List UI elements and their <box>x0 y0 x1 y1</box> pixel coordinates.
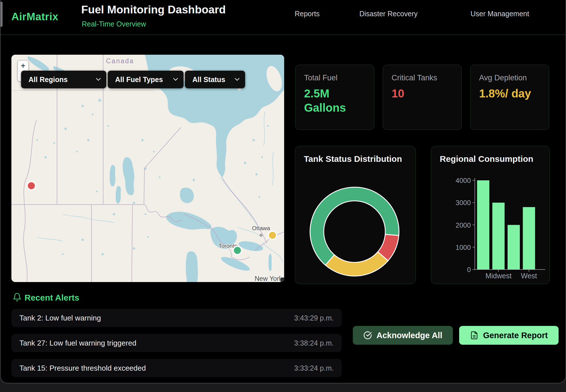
alert-text: Tank 2: Low fuel warning <box>19 314 101 322</box>
map-resize-handle[interactable] <box>280 277 284 282</box>
alert-text: Tank 15: Pressure threshold exceeded <box>19 364 146 373</box>
bar[interactable] <box>523 207 535 270</box>
chart-title: Regional Consumption <box>440 154 533 164</box>
dashboard-window: AirMatrix Fuel Monitoring Dashboard Real… <box>0 0 566 383</box>
stat-card-critical-tanks: Critical Tanks 10 <box>383 65 462 130</box>
tank-marker-warning[interactable] <box>268 231 277 240</box>
tank-status-distribution-card: Tank Status Distribution <box>295 146 416 284</box>
stat-value: 2.5M Gallons <box>304 86 360 115</box>
map-label-new-york: New York <box>255 275 282 282</box>
check-circle-icon <box>363 331 372 340</box>
drag-dots-icon <box>282 279 284 282</box>
stat-card-total-fuel: Total Fuel 2.5M Gallons <box>295 65 374 130</box>
recent-alerts-heading: Recent Alerts <box>25 293 79 303</box>
screen: AirMatrix Fuel Monitoring Dashboard Real… <box>0 0 566 392</box>
alert-row[interactable]: Tank 2: Low fuel warning 3:43:29 p.m. <box>11 309 342 327</box>
donut-slice-warning[interactable] <box>325 252 388 276</box>
generate-report-button[interactable]: Generate Report <box>459 326 559 345</box>
map-zoom-in-button[interactable]: + <box>18 60 28 71</box>
tank-status-donut-chart <box>306 183 403 280</box>
tank-marker-normal[interactable] <box>233 246 242 255</box>
file-text-icon <box>470 331 479 340</box>
page-title: Fuel Monitoring Dashboard <box>81 3 226 16</box>
acknowledge-all-label: Acknowledge All <box>376 331 442 340</box>
stat-value: 1.8%/ day <box>479 86 535 101</box>
bell-icon <box>13 292 22 302</box>
y-tick-label: 1000 <box>456 244 471 251</box>
map-label-canada: Canada <box>106 57 134 65</box>
stat-label: Total Fuel <box>304 74 365 82</box>
chevron-down-icon <box>173 78 178 81</box>
filter-fuel-types-label: All Fuel Types <box>115 75 163 84</box>
alert-text: Tank 27: Low fuel warning triggered <box>19 339 136 348</box>
app-logo: AirMatrix <box>11 11 58 23</box>
map-panel[interactable]: Canada Ottawa Toronto New York + − All R… <box>11 55 284 282</box>
generate-report-label: Generate Report <box>483 331 548 340</box>
alert-timestamp: 3:38:24 p.m. <box>294 339 334 347</box>
header: AirMatrix Fuel Monitoring Dashboard Real… <box>1 0 565 35</box>
alert-row[interactable]: Tank 27: Low fuel warning triggered 3:38… <box>11 334 342 352</box>
filter-fuel-types-dropdown[interactable]: All Fuel Types <box>108 71 184 88</box>
alert-row[interactable]: Tank 15: Pressure threshold exceeded 3:3… <box>11 359 342 377</box>
nav-user-management[interactable]: User Management <box>471 10 529 18</box>
chart-title: Tank Status Distribution <box>304 154 402 164</box>
filter-regions-dropdown[interactable]: All Regions <box>21 71 106 88</box>
nav-reports[interactable]: Reports <box>295 10 320 18</box>
bar[interactable] <box>508 225 520 270</box>
bar[interactable] <box>477 180 489 270</box>
filter-status-dropdown[interactable]: All Status <box>185 71 245 88</box>
bar[interactable] <box>492 203 505 270</box>
x-tick-label: Midwest <box>485 272 512 280</box>
stat-label: Critical Tanks <box>392 74 453 82</box>
acknowledge-all-button[interactable]: Acknowledge All <box>353 326 453 345</box>
chevron-down-icon <box>235 78 239 81</box>
filter-status-label: All Status <box>192 75 225 84</box>
y-tick-label: 3000 <box>456 199 471 207</box>
alert-timestamp: 3:33:24 p.m. <box>294 364 334 372</box>
filter-regions-label: All Regions <box>28 75 68 84</box>
stat-card-avg-depletion: Avg Depletion 1.8%/ day <box>470 65 549 130</box>
y-tick-label: 2000 <box>456 221 471 229</box>
x-tick-label: West <box>521 272 537 280</box>
nav-disaster-recovery[interactable]: Disaster Recovery <box>359 10 418 18</box>
alert-timestamp: 3:43:29 p.m. <box>294 314 334 322</box>
stat-value: 10 <box>392 86 447 101</box>
map-filters: All Regions All Fuel Types All Status <box>21 71 245 88</box>
regional-consumption-card: Regional Consumption 01000200030004000Mi… <box>431 146 550 284</box>
map-label-ottawa: Ottawa <box>252 225 270 231</box>
y-tick-label: 4000 <box>456 177 471 184</box>
ottawa-town-dot <box>261 235 261 236</box>
y-tick-label: 0 <box>467 266 471 273</box>
page-subtitle: Real-Time Overview <box>82 20 146 28</box>
tank-marker-critical[interactable] <box>27 182 36 190</box>
map-canvas: Canada Ottawa Toronto New York <box>11 55 284 282</box>
stat-label: Avg Depletion <box>479 74 540 82</box>
chevron-down-icon <box>96 78 101 81</box>
regional-consumption-bar-chart: 01000200030004000MidwestWest <box>431 167 550 281</box>
